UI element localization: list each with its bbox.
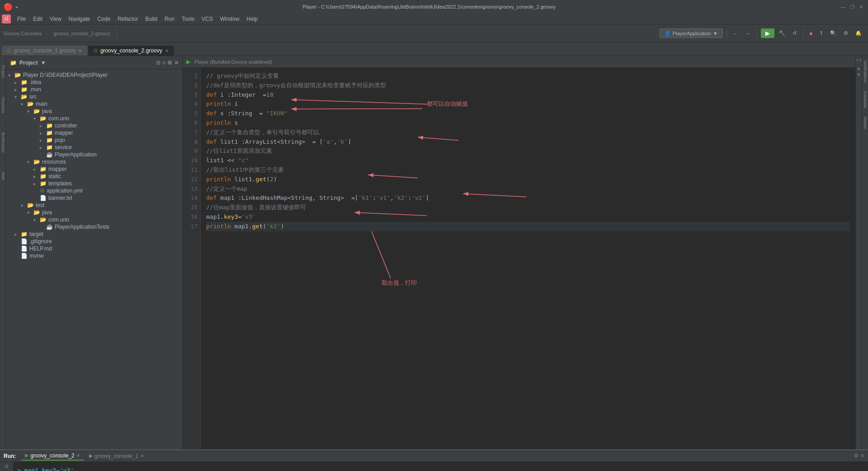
- code-line: println map1.get('k2'): [206, 222, 850, 231]
- project-sidebar-label[interactable]: Project: [1, 65, 5, 78]
- web-sidebar-label[interactable]: Web: [1, 172, 5, 180]
- window-title: Player - C:\Users\27594\AppData\Roaming\…: [18, 4, 840, 9]
- menu-refactor[interactable]: Refactor: [114, 15, 142, 23]
- menu-help[interactable]: Help: [243, 15, 261, 23]
- annotation-2: 取出值，打印: [382, 278, 417, 288]
- tree-item[interactable]: ▸📁mapper: [6, 165, 182, 173]
- maven-label[interactable]: Maven: [863, 117, 868, 129]
- rerun-icon[interactable]: ↺: [5, 464, 9, 470]
- groovy-icon-2: G: [94, 48, 98, 53]
- code-area[interactable]: // groovy中如何定义变量//def是弱类型的，groovy会自动根据情况…: [201, 68, 855, 449]
- nav-up-icon[interactable]: ▲: [857, 66, 861, 71]
- tree-item[interactable]: ▸📁static: [6, 173, 182, 180]
- menu-build[interactable]: Build: [142, 15, 161, 23]
- run-tabs-bar: Run: ▶ groovy_console_2 ✕ ▶ groovy_conso…: [0, 450, 868, 462]
- notifications-button[interactable]: 🔔: [853, 29, 864, 38]
- close-tab-2[interactable]: ✕: [165, 48, 169, 53]
- tree-item[interactable]: ▾📂test: [6, 202, 182, 209]
- back-button[interactable]: ←: [731, 29, 741, 38]
- collapse-icon[interactable]: ≡: [162, 60, 165, 66]
- run-settings-icon[interactable]: ⚙: [854, 453, 859, 459]
- code-line: println list1.get(2): [206, 175, 850, 184]
- run-close-icon[interactable]: ✕: [860, 453, 864, 459]
- menu-view[interactable]: View: [46, 15, 65, 23]
- reload-button[interactable]: ↺: [790, 29, 799, 38]
- tree-item[interactable]: 📄.gitignore: [6, 238, 182, 245]
- menu-tools[interactable]: Tools: [178, 15, 198, 23]
- tree-item[interactable]: ▾📂com.uno: [6, 216, 182, 223]
- close-tab-1[interactable]: ✕: [78, 48, 82, 53]
- bookmarks-sidebar-label[interactable]: Bookmarks: [1, 132, 5, 153]
- nav-down-icon[interactable]: ▼: [857, 72, 861, 77]
- toolbar: Groovy Consoles › groovy_console_2.groov…: [0, 24, 868, 42]
- menu-vcs[interactable]: VCS: [198, 15, 217, 23]
- menu-file[interactable]: File: [14, 15, 29, 23]
- project-tree: ▾📂Player D:\IDEA\IDEAProject\Player▸📁.id…: [6, 70, 182, 449]
- tree-item[interactable]: ▾📂Player D:\IDEA\IDEAProject\Player: [6, 71, 182, 79]
- run-output: > map1.key3='v3' > println map1.get('k2'…: [14, 462, 868, 471]
- line-number: 6: [185, 118, 198, 128]
- play-icon[interactable]: ▶: [186, 58, 191, 65]
- menu-window[interactable]: Window: [217, 15, 243, 23]
- stop-button[interactable]: ■: [807, 29, 816, 38]
- code-line: map1.key3='v3': [206, 212, 850, 222]
- code-line: //def是弱类型的，groovy会自动根据情况来给变量赋予对应的类型: [206, 81, 850, 90]
- close-panel-icon[interactable]: ✕: [174, 60, 179, 66]
- close-run-tab-2[interactable]: ✕: [140, 453, 144, 458]
- menu-edit[interactable]: Edit: [29, 15, 46, 23]
- tree-item[interactable]: ▸📁templates: [6, 180, 182, 187]
- file-tab-1[interactable]: G groovy_console_1.groovy ✕: [2, 46, 87, 56]
- tree-item[interactable]: 📄banner.txt: [6, 194, 182, 202]
- file-tab-2-label: groovy_console_2.groovy: [100, 47, 162, 54]
- search-button[interactable]: 🔍: [827, 29, 839, 38]
- settings-button[interactable]: ⚙: [841, 29, 851, 38]
- tree-item[interactable]: ▾📂com.uno: [6, 115, 182, 122]
- tree-item[interactable]: ▾📂main: [6, 100, 182, 108]
- profile-selector[interactable]: 👤 PlayerApplication ▼: [660, 28, 723, 38]
- tree-item[interactable]: ▸📁.mvn: [6, 86, 182, 93]
- menu-code[interactable]: Code: [94, 15, 114, 23]
- tree-item[interactable]: ☕PlayerApplication: [6, 151, 182, 158]
- gear-icon[interactable]: ⚙: [167, 60, 172, 66]
- run-tab-2[interactable]: ▶ groovy_console_1 ✕: [85, 452, 147, 460]
- file-tab-2[interactable]: G groovy_console_2.groovy ✕: [88, 46, 174, 56]
- line-numbers: 1234567891011121314151617: [183, 68, 201, 449]
- sync-icon[interactable]: ⊙: [156, 60, 160, 66]
- tree-item[interactable]: ▸📁target: [6, 231, 182, 238]
- code-line: // groovy中如何定义变量: [206, 71, 850, 81]
- tree-item[interactable]: ⚙application.yml: [6, 187, 182, 194]
- notifications-bar: Notifications Database Maven: [862, 56, 868, 449]
- line-number: 2: [185, 81, 198, 90]
- project-selector-label: PlayerApplication: [673, 31, 711, 36]
- translate-button[interactable]: T: [817, 29, 826, 38]
- database-label[interactable]: Database: [863, 91, 868, 108]
- run-button[interactable]: ▶: [761, 28, 774, 38]
- tree-item[interactable]: ▸📁controller: [6, 122, 182, 129]
- tree-item[interactable]: ▾📂java: [6, 209, 182, 216]
- project-dropdown-icon[interactable]: ▼: [41, 60, 46, 66]
- minimize-button[interactable]: —: [840, 4, 846, 10]
- line-number: 1: [185, 71, 198, 81]
- tree-item[interactable]: ▾📂resources: [6, 158, 182, 165]
- maximize-button[interactable]: ❐: [849, 4, 855, 10]
- menu-navigate[interactable]: Navigate: [65, 15, 94, 23]
- tree-item[interactable]: ▸📁.idea: [6, 79, 182, 86]
- tree-item[interactable]: ▸📁service: [6, 144, 182, 151]
- build-button[interactable]: 🔨: [776, 29, 788, 38]
- run-tab-1[interactable]: ▶ groovy_console_2 ✕: [21, 452, 83, 461]
- tree-item[interactable]: 📄mvnw: [6, 252, 182, 259]
- notifications-label[interactable]: Notifications: [863, 61, 868, 83]
- structure-sidebar-label[interactable]: Structure: [1, 97, 5, 113]
- close-run-tab-1[interactable]: ✕: [76, 453, 80, 458]
- tree-item[interactable]: ▾📂java: [6, 108, 182, 115]
- left-sidebar: Project Structure Bookmarks Web: [0, 56, 6, 449]
- editor-toolbar: ▶ Player (Bundled Groovy undefined): [183, 56, 855, 68]
- menu-run[interactable]: Run: [161, 15, 178, 23]
- tree-item[interactable]: ▸📁pojo: [6, 137, 182, 144]
- close-button[interactable]: ✕: [858, 4, 864, 10]
- tree-item[interactable]: ▾📂src: [6, 93, 182, 100]
- tree-item[interactable]: ▸📁mapper: [6, 129, 182, 137]
- forward-button[interactable]: →: [743, 29, 753, 38]
- tree-item[interactable]: ☕PlayerApplicationTests: [6, 223, 182, 231]
- tree-item[interactable]: 📄HELP.md: [6, 245, 182, 252]
